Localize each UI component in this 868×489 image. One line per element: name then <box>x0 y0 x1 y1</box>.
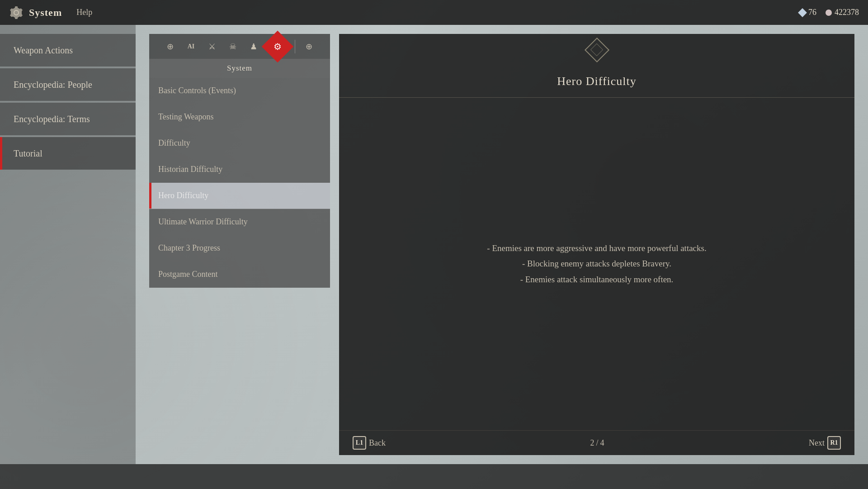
diamond-icon <box>798 8 807 17</box>
sidebar-item-weapon-actions[interactable]: Weapon Actions <box>0 34 136 66</box>
back-button-area[interactable]: L1 Back <box>353 436 386 450</box>
tab-separator <box>295 40 295 53</box>
main-content: ⊕ AI ⚔ ☠ ♟ ⚙ ⊕ System <box>136 25 868 464</box>
topbar-title: System <box>29 7 62 19</box>
circle-icon <box>826 9 832 16</box>
detail-text: - Enemies are more aggressive and have m… <box>487 241 706 287</box>
list-item-chapter-3-progress[interactable]: Chapter 3 Progress <box>149 235 330 261</box>
system-gear-icon <box>9 5 24 20</box>
sidebar-item-encyclopedia-terms[interactable]: Encyclopedia: Terms <box>0 103 136 135</box>
list-item-testing-weapons[interactable]: Testing Weapons <box>149 104 330 130</box>
category-label: System <box>227 64 252 73</box>
topbar-help[interactable]: Help <box>76 8 92 17</box>
next-button-area[interactable]: Next R1 <box>809 436 841 450</box>
list-item-postgame-content[interactable]: Postgame Content <box>149 261 330 288</box>
tab-icons-row: ⊕ AI ⚔ ☠ ♟ ⚙ ⊕ <box>149 34 330 59</box>
diamond-shape <box>585 38 608 61</box>
currency2: 422378 <box>826 8 859 17</box>
detail-line-2: - Blocking enemy attacks depletes Braver… <box>487 256 706 271</box>
group-icon: ⊕ <box>167 42 174 52</box>
tab-icon-plus[interactable]: ⊕ <box>301 38 317 55</box>
list-item-label: Historian Difficulty <box>158 165 222 174</box>
category-header: System <box>149 59 330 78</box>
next-button-badge: R1 <box>827 436 841 450</box>
sidebar-item-tutorial[interactable]: Tutorial <box>0 137 136 170</box>
back-button-badge: L1 <box>353 436 366 450</box>
bottombar <box>0 464 868 489</box>
detail-line-1: - Enemies are more aggressive and have m… <box>487 241 706 256</box>
page-separator: / <box>596 438 598 448</box>
list-item-label: Postgame Content <box>158 270 218 279</box>
next-label: Next <box>809 438 825 448</box>
tab-icon-gear[interactable]: ⚙ <box>266 35 289 58</box>
currency1-value: 76 <box>808 8 816 17</box>
detail-title: Hero Difficulty <box>339 63 854 98</box>
skull-icon: ☠ <box>229 42 236 52</box>
detail-header: Hero Difficulty <box>339 34 854 98</box>
plus-icon: ⊕ <box>306 42 312 52</box>
list-item-label: Ultimate Warrior Difficulty <box>158 217 248 227</box>
detail-content: - Enemies are more aggressive and have m… <box>339 98 854 430</box>
list-item-label: Chapter 3 Progress <box>158 243 220 253</box>
currency1: 76 <box>799 8 816 17</box>
gear-tab-icon: ⚙ <box>274 41 282 52</box>
sidebar-item-label: Encyclopedia: Terms <box>14 114 90 124</box>
page-total: 4 <box>600 438 604 448</box>
topbar-right: 76 422378 <box>799 8 859 17</box>
tab-icon-ai[interactable]: AI <box>183 38 199 55</box>
list-item-label: Basic Controls (Events) <box>158 86 236 95</box>
list-item-basic-controls[interactable]: Basic Controls (Events) <box>149 78 330 104</box>
list-item-historian-difficulty[interactable]: Historian Difficulty <box>149 157 330 183</box>
detail-footer: L1 Back 2 / 4 Next R1 <box>339 430 854 455</box>
topbar: System Help 76 422378 <box>0 0 868 25</box>
tab-icon-group[interactable]: ⊕ <box>162 38 179 55</box>
currency2-value: 422378 <box>835 8 859 17</box>
detail-panel: Hero Difficulty - Enemies are more aggre… <box>339 34 854 455</box>
sword-icon: ⚔ <box>208 42 216 52</box>
sidebar-item-label: Encyclopedia: People <box>14 80 92 90</box>
list-item-label: Testing Weapons <box>158 112 213 122</box>
tutorial-panel: ⊕ AI ⚔ ☠ ♟ ⚙ ⊕ System <box>149 34 330 455</box>
ai-icon: AI <box>188 43 195 50</box>
back-label: Back <box>369 438 386 448</box>
list-item-label: Hero Difficulty <box>158 191 208 200</box>
list-item-label: Difficulty <box>158 138 190 148</box>
detail-line-3: - Enemies attack simultaneously more oft… <box>487 272 706 287</box>
topbar-left: System Help <box>9 5 92 20</box>
list-item-difficulty[interactable]: Difficulty <box>149 130 330 157</box>
tab-icon-person[interactable]: ♟ <box>245 38 262 55</box>
sidebar-item-label: Weapon Actions <box>14 45 73 56</box>
list-item-hero-difficulty[interactable]: Hero Difficulty <box>149 183 330 209</box>
list-item-ultimate-warrior[interactable]: Ultimate Warrior Difficulty <box>149 209 330 235</box>
tab-icon-skull[interactable]: ☠ <box>225 38 241 55</box>
left-sidebar: Weapon Actions Encyclopedia: People Ency… <box>0 25 136 464</box>
page-indicator: 2 / 4 <box>590 438 604 448</box>
diamond-decoration-top <box>339 38 854 61</box>
tab-icon-sword[interactable]: ⚔ <box>204 38 220 55</box>
person-icon: ♟ <box>250 42 257 52</box>
sidebar-item-encyclopedia-people[interactable]: Encyclopedia: People <box>0 68 136 101</box>
page-current: 2 <box>590 438 594 448</box>
sidebar-item-label: Tutorial <box>14 148 42 159</box>
